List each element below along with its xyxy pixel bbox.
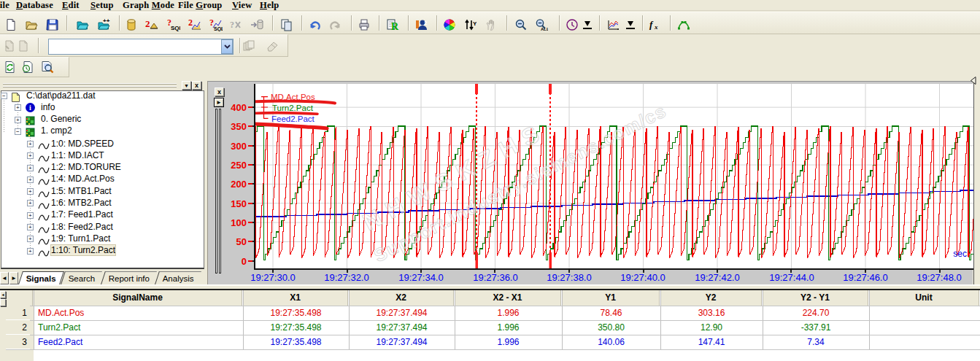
svg-text:2: 2: [424, 20, 428, 26]
svg-text:f: f: [649, 19, 654, 30]
svg-text:?: ?: [230, 20, 234, 30]
svg-text:Y: Y: [473, 20, 477, 27]
svg-text:SQL: SQL: [214, 26, 223, 31]
svg-text:Turn2.Pact: Turn2.Pact: [272, 104, 314, 112]
svg-text:x: x: [654, 23, 658, 31]
svg-text:R: R: [391, 21, 399, 31]
svg-text:ALL: ALL: [541, 27, 548, 31]
svg-text:Feed2.Pact: Feed2.Pact: [271, 114, 315, 123]
